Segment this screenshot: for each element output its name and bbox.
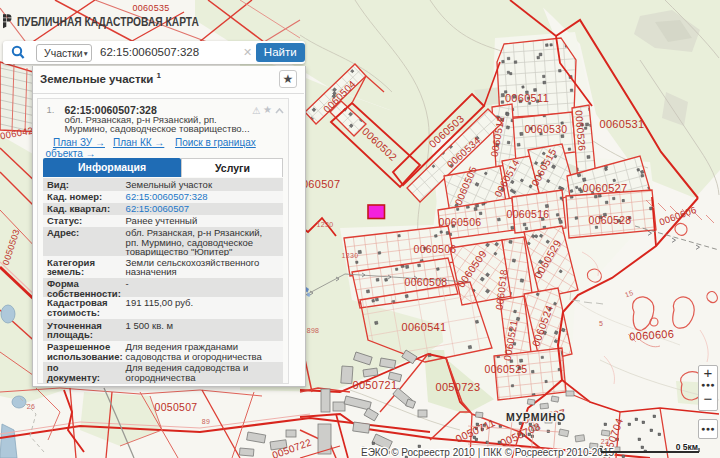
svg-text:1230: 1230 (317, 221, 334, 228)
svg-text:0060528: 0060528 (589, 214, 632, 226)
svg-text:0050507: 0050507 (155, 401, 198, 413)
svg-text:0050721: 0050721 (353, 379, 398, 391)
svg-text:0060531: 0060531 (600, 118, 645, 130)
svg-text:22: 22 (601, 438, 609, 445)
svg-text:0060511: 0060511 (505, 92, 549, 104)
svg-text:0050723: 0050723 (436, 381, 481, 393)
svg-text:0 5км: 0 5км (676, 442, 698, 452)
svg-text:0060541: 0060541 (402, 321, 447, 333)
svg-text:0060516: 0060516 (507, 208, 550, 220)
svg-text:0060508: 0060508 (405, 276, 448, 288)
svg-text:0060506: 0060506 (414, 243, 457, 255)
svg-text:26: 26 (27, 403, 35, 410)
svg-text:МУРМИНО: МУРМИНО (506, 411, 566, 423)
svg-text:1230: 1230 (342, 252, 359, 259)
svg-text:89: 89 (202, 418, 210, 425)
svg-text:0060525: 0060525 (485, 363, 528, 375)
svg-text:ЕЭКО © Росреестр 2010 | ПКК ©: ЕЭКО © Росреестр 2010 | ПКК © Росреестр … (361, 447, 614, 458)
svg-text:898: 898 (307, 327, 320, 334)
svg-text:0060527: 0060527 (583, 182, 628, 194)
svg-text:0060530: 0060530 (525, 123, 568, 135)
svg-text:0060506: 0060506 (439, 216, 482, 228)
svg-text:0060535: 0060535 (132, 3, 169, 13)
svg-text:5: 5 (599, 320, 603, 327)
